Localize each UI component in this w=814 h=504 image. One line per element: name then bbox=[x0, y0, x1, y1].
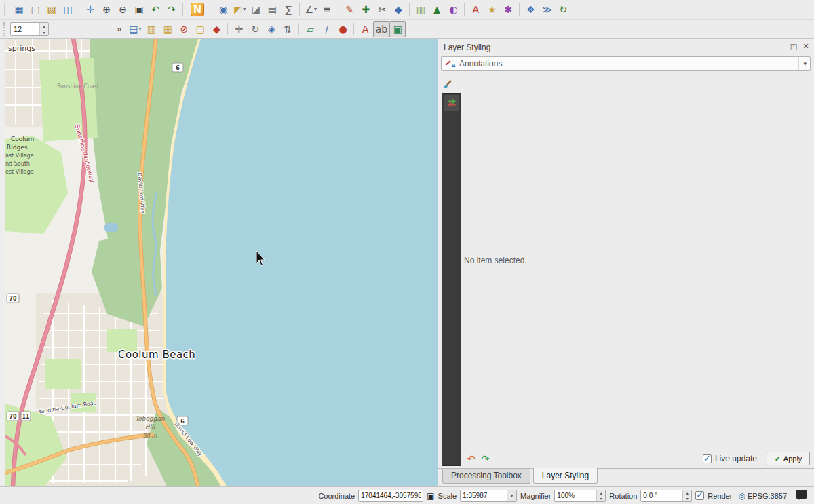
messages-icon[interactable] bbox=[796, 490, 807, 499]
text-annotation-tool-icon[interactable]: ab bbox=[373, 21, 389, 37]
new-project-icon[interactable]: ▢ bbox=[27, 1, 43, 18]
open-attribute-table-icon[interactable]: ▤ bbox=[264, 1, 280, 18]
new-shapefile-layer-icon[interactable]: ▥ bbox=[412, 1, 429, 18]
live-update-label: Live update bbox=[715, 454, 757, 463]
apply-button[interactable]: ✔ Apply bbox=[767, 452, 810, 465]
resize-annotation-icon[interactable]: ⇅ bbox=[279, 21, 296, 37]
extents-toggle-icon[interactable]: ▣ bbox=[427, 491, 434, 501]
zoom-last-icon[interactable]: ↶ bbox=[147, 1, 163, 18]
pin-annotation-icon[interactable]: ◆ bbox=[208, 21, 225, 37]
rotation-spinbox[interactable]: ▴ ▾ bbox=[640, 490, 692, 502]
coordinate-input[interactable] bbox=[358, 490, 423, 502]
map-label-toboggan: Toboggan bbox=[135, 415, 165, 422]
vertex-tool-icon[interactable]: ◆ bbox=[390, 1, 406, 18]
toolbar-drag-handle[interactable] bbox=[3, 22, 8, 36]
statistical-summary-icon[interactable]: ≡ bbox=[319, 1, 335, 18]
map-label-town: Coolum Beach bbox=[118, 349, 195, 361]
spin-arrows[interactable]: ▴ ▾ bbox=[596, 490, 605, 501]
map-label-ridges: Ridges bbox=[7, 144, 28, 151]
spin-down-icon[interactable]: ▾ bbox=[683, 496, 691, 501]
zoom-out-icon[interactable]: ⊖ bbox=[115, 1, 131, 18]
move-annotation-icon[interactable]: ✛ bbox=[231, 21, 247, 37]
rotation-input[interactable] bbox=[641, 490, 682, 501]
select-features-icon[interactable]: ◩▾ bbox=[231, 1, 248, 18]
pan-map-icon[interactable]: ✛ bbox=[82, 1, 98, 18]
duplicate-annotation-icon[interactable]: ▦ bbox=[159, 21, 176, 37]
toggle-editing-icon[interactable]: ✎ bbox=[341, 1, 357, 18]
split-features-icon[interactable]: ✂ bbox=[374, 1, 390, 18]
polygon-annotation-icon[interactable]: ▱ bbox=[302, 21, 318, 37]
open-project-icon[interactable]: ▧ bbox=[43, 1, 60, 18]
tab-processing-toolbox[interactable]: Processing Toolbox bbox=[442, 469, 530, 484]
python-console-icon[interactable]: ≫ bbox=[539, 1, 555, 18]
render-checkbox[interactable] bbox=[695, 491, 704, 500]
marker-annotation-icon[interactable]: ● bbox=[334, 21, 351, 37]
annotation-size-spinbox[interactable]: ▴ ▾ bbox=[10, 22, 49, 36]
swap-arrows-icon bbox=[446, 97, 458, 109]
spin-up-icon[interactable]: ▴ bbox=[40, 23, 48, 29]
add-raster-layer-icon[interactable]: ◐ bbox=[445, 1, 461, 18]
undo-style-button[interactable]: ↶ bbox=[464, 452, 478, 465]
collapsed-left-panel[interactable] bbox=[0, 39, 5, 486]
scale-combo[interactable]: ▾ bbox=[460, 490, 517, 502]
deselect-features-icon[interactable]: ◪ bbox=[248, 1, 264, 18]
pinned-labels-icon[interactable]: ★ bbox=[484, 1, 500, 18]
annotation-size-input[interactable] bbox=[11, 23, 39, 35]
main-toolbar-icons: ▦▢▧◫✛⊕⊖▣↶↷N◉◩▾◪▤∑∠▾≡✎✚✂◆▥▲◐A★✱❖≫↻ bbox=[11, 1, 571, 18]
spin-arrows[interactable]: ▴ ▾ bbox=[682, 490, 691, 501]
annotation-properties-icon[interactable]: ▤▾ bbox=[127, 21, 143, 37]
text-format-icon[interactable]: A bbox=[357, 21, 373, 37]
new-text-annotation-icon[interactable]: ▢ bbox=[192, 21, 208, 37]
copy-annotation-icon[interactable]: ▥ bbox=[143, 21, 159, 37]
toolbar-separator bbox=[212, 3, 212, 16]
spin-up-icon[interactable]: ▴ bbox=[597, 490, 605, 496]
chevron-down-icon[interactable]: ▾ bbox=[507, 490, 516, 501]
layer-selector-combo[interactable]: a Annotations ▾ bbox=[441, 56, 811, 71]
spin-down-icon[interactable]: ▾ bbox=[597, 496, 605, 501]
picture-annotation-tool-icon[interactable]: ▣ bbox=[389, 21, 406, 37]
zoom-next-icon[interactable]: ↷ bbox=[163, 1, 180, 18]
data-source-manager-icon[interactable]: ▦ bbox=[11, 1, 27, 18]
rotate-annotation-icon[interactable]: ↻ bbox=[247, 21, 263, 37]
map-pond bbox=[104, 223, 118, 232]
map-canvas[interactable]: 6 6 70 70 11 Coolum Beach springs Sunshi… bbox=[5, 39, 438, 486]
qgis-logo-icon[interactable]: N bbox=[188, 1, 207, 18]
crs-status-button[interactable]: ◎ EPSG:3857 bbox=[738, 491, 787, 501]
scale-input[interactable] bbox=[461, 490, 507, 501]
map-ocean bbox=[166, 39, 438, 486]
toolbar-drag-handle[interactable] bbox=[4, 3, 9, 16]
measure-icon[interactable]: ∠▾ bbox=[303, 1, 319, 18]
save-project-icon[interactable]: ◫ bbox=[60, 1, 76, 18]
render-label: Render bbox=[708, 492, 732, 500]
zoom-full-icon[interactable]: ▣ bbox=[131, 1, 147, 18]
magnifier-input[interactable] bbox=[555, 490, 596, 501]
spin-down-icon[interactable]: ▾ bbox=[40, 29, 48, 35]
route-shield: 11 bbox=[22, 414, 30, 420]
field-calculator-icon[interactable]: ∑ bbox=[280, 1, 296, 18]
tab-annotation-symbology[interactable] bbox=[444, 95, 459, 111]
layer-labeling-icon[interactable]: A bbox=[467, 1, 484, 18]
toolbar-overflow-button[interactable]: » bbox=[117, 24, 121, 34]
remove-annotation-icon[interactable]: ⊘ bbox=[176, 21, 192, 37]
spin-arrows[interactable]: ▴ ▾ bbox=[39, 23, 48, 35]
processing-toolbox-icon[interactable]: ❖ bbox=[522, 1, 539, 18]
undock-panel-button[interactable]: ◳ bbox=[788, 41, 799, 52]
add-vector-layer-icon[interactable]: ▲ bbox=[429, 1, 445, 18]
diagram-options-icon[interactable]: ✱ bbox=[500, 1, 516, 18]
vertex-annotation-icon[interactable]: ◈ bbox=[263, 21, 279, 37]
redo-style-button[interactable]: ↷ bbox=[478, 452, 492, 465]
toolbar-separator bbox=[298, 23, 299, 35]
map-label-west-village: est Village bbox=[5, 169, 34, 175]
close-panel-button[interactable]: ✕ bbox=[800, 41, 811, 52]
magnifier-spinbox[interactable]: ▴ ▾ bbox=[554, 490, 606, 502]
zoom-in-icon[interactable]: ⊕ bbox=[98, 1, 115, 18]
refresh-map-icon[interactable]: ↻ bbox=[555, 1, 571, 18]
identify-features-icon[interactable]: ◉ bbox=[215, 1, 231, 18]
add-feature-icon[interactable]: ✚ bbox=[357, 1, 374, 18]
magnifier-label: Magnifier bbox=[520, 492, 551, 500]
live-update-checkbox[interactable] bbox=[703, 454, 712, 463]
tab-layer-styling[interactable]: Layer Styling bbox=[533, 468, 598, 484]
line-annotation-icon[interactable]: / bbox=[318, 21, 334, 37]
spin-up-icon[interactable]: ▴ bbox=[683, 490, 691, 496]
toolbar-separator bbox=[182, 3, 183, 16]
